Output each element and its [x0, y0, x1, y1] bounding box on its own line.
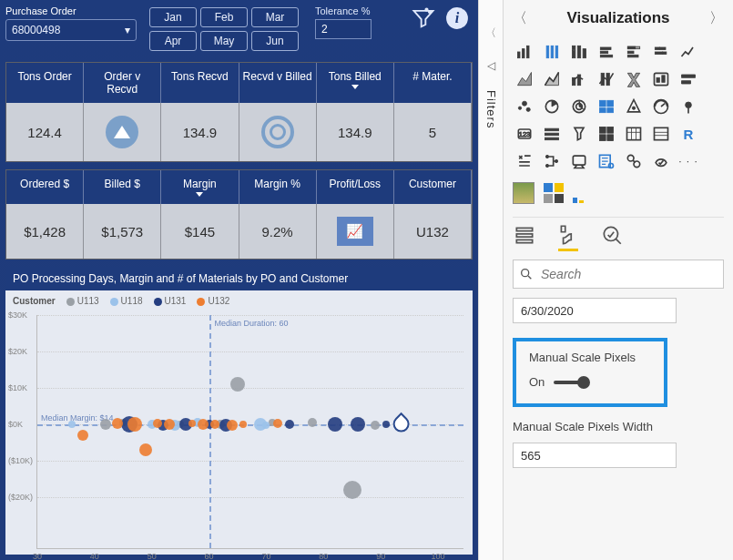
- viz-type-icon[interactable]: [622, 40, 646, 64]
- bubble[interactable]: [112, 418, 123, 429]
- format-tab-icon[interactable]: [556, 223, 580, 247]
- analytics-tab-icon[interactable]: [600, 223, 624, 247]
- viz-type-icon[interactable]: [567, 67, 591, 91]
- col-header[interactable]: Tons Billed: [317, 63, 394, 103]
- viz-type-icon[interactable]: [622, 122, 646, 146]
- col-header[interactable]: Tons Recvd: [161, 63, 239, 103]
- month-apr[interactable]: Apr: [149, 31, 197, 51]
- bubble[interactable]: [139, 443, 152, 456]
- viz-type-icon[interactable]: [513, 95, 536, 118]
- po-dropdown[interactable]: 68000498 ▾: [5, 19, 137, 41]
- month-mar[interactable]: Mar: [251, 7, 299, 27]
- bubble[interactable]: [230, 377, 245, 392]
- viz-type-icon[interactable]: [622, 149, 646, 173]
- legend-item[interactable]: U132: [197, 296, 229, 306]
- bubble[interactable]: [127, 417, 142, 432]
- col-header[interactable]: Margin %: [239, 170, 317, 204]
- scatter-chart[interactable]: PO Processing Days, Margin and # of Mate…: [5, 267, 473, 555]
- bubble[interactable]: [343, 481, 361, 499]
- fields-tab-icon[interactable]: [513, 223, 536, 247]
- viz-type-icon[interactable]: [540, 122, 564, 146]
- col-header[interactable]: Order v Recvd: [84, 63, 161, 103]
- bubble[interactable]: [308, 418, 317, 427]
- viz-type-icon[interactable]: [595, 67, 618, 91]
- custom-viz-1[interactable]: [513, 182, 534, 204]
- col-header[interactable]: Tons Order: [6, 63, 84, 103]
- viz-type-icon[interactable]: [595, 95, 618, 118]
- viz-type-icon[interactable]: [595, 122, 618, 146]
- bubble[interactable]: [68, 421, 76, 428]
- chevron-left-icon[interactable]: 〈: [485, 25, 496, 41]
- bubble[interactable]: [210, 420, 219, 429]
- viz-type-icon[interactable]: [540, 149, 564, 173]
- viz-type-icon[interactable]: [649, 95, 673, 118]
- legend-item[interactable]: U113: [66, 296, 99, 306]
- col-header[interactable]: Billed $: [84, 170, 161, 204]
- col-header[interactable]: Customer: [394, 170, 472, 204]
- custom-viz-2[interactable]: [544, 183, 564, 203]
- month-may[interactable]: May: [200, 31, 248, 51]
- bubble[interactable]: [351, 417, 365, 432]
- col-header[interactable]: Profit/Loss: [317, 170, 394, 204]
- bubble[interactable]: [328, 417, 342, 432]
- clear-filters-icon[interactable]: [411, 5, 436, 34]
- viz-type-icon[interactable]: [513, 40, 536, 64]
- format-search[interactable]: [513, 260, 724, 289]
- search-input[interactable]: [539, 266, 723, 282]
- viz-type-icon[interactable]: [567, 95, 591, 118]
- viz-type-icon[interactable]: [567, 122, 591, 146]
- bubble[interactable]: [153, 419, 162, 428]
- chart-plot-area[interactable]: $30K$20K$10K$0K($10K)($20K)3040506070809…: [36, 315, 463, 549]
- viz-type-icon[interactable]: [567, 40, 591, 64]
- bubble[interactable]: [239, 421, 247, 428]
- viz-type-icon[interactable]: [677, 67, 700, 91]
- expand-pane-icon[interactable]: ◁: [487, 59, 495, 72]
- viz-type-icon[interactable]: [540, 95, 564, 118]
- viz-type-icon[interactable]: [677, 40, 700, 64]
- bubble[interactable]: [285, 420, 294, 429]
- date-input[interactable]: [513, 298, 677, 323]
- chevron-right-icon[interactable]: 〉: [709, 9, 724, 28]
- width-input[interactable]: [513, 443, 677, 468]
- col-header[interactable]: Recvd v Billed: [239, 63, 317, 103]
- info-icon[interactable]: i: [445, 6, 469, 33]
- bubble[interactable]: [164, 419, 175, 430]
- viz-type-icon[interactable]: [622, 95, 646, 118]
- filters-rail[interactable]: 〈 ◁ Filters: [478, 0, 504, 560]
- custom-viz-3[interactable]: [573, 183, 593, 203]
- viz-type-icon[interactable]: [649, 40, 673, 64]
- viz-type-icon[interactable]: [677, 95, 700, 118]
- col-header[interactable]: # Mater.: [394, 63, 472, 103]
- bubble[interactable]: [371, 421, 380, 430]
- tolerance-input[interactable]: [315, 19, 372, 39]
- chevron-left-icon[interactable]: 〈: [513, 9, 527, 28]
- viz-type-icon[interactable]: · · ·: [677, 149, 700, 173]
- viz-type-icon[interactable]: [540, 40, 564, 64]
- legend-item[interactable]: U131: [154, 296, 187, 306]
- viz-type-icon[interactable]: [595, 40, 618, 64]
- bubble[interactable]: [382, 421, 390, 428]
- bubble[interactable]: [77, 430, 88, 441]
- col-header[interactable]: Ordered $: [6, 170, 84, 204]
- viz-type-icon[interactable]: [649, 67, 673, 91]
- viz-type-icon[interactable]: [513, 149, 536, 173]
- viz-type-icon[interactable]: [513, 67, 536, 91]
- bubble[interactable]: [100, 419, 111, 430]
- month-jun[interactable]: Jun: [251, 31, 299, 51]
- bubble[interactable]: [198, 419, 209, 430]
- viz-type-icon[interactable]: [649, 122, 673, 146]
- viz-type-icon[interactable]: R: [677, 122, 700, 146]
- viz-type-icon[interactable]: [622, 67, 646, 91]
- bubble[interactable]: [262, 422, 270, 429]
- col-header[interactable]: Margin: [161, 170, 239, 204]
- viz-type-icon[interactable]: 123: [513, 122, 536, 146]
- bubble[interactable]: [188, 420, 196, 427]
- bubble[interactable]: [227, 420, 238, 431]
- viz-type-icon[interactable]: [595, 149, 618, 173]
- month-jan[interactable]: Jan: [149, 7, 197, 27]
- month-feb[interactable]: Feb: [200, 7, 248, 27]
- manual-scale-toggle[interactable]: [554, 381, 588, 384]
- viz-type-icon[interactable]: [567, 149, 591, 173]
- legend-item[interactable]: U118: [110, 296, 143, 306]
- viz-type-icon[interactable]: [540, 67, 564, 91]
